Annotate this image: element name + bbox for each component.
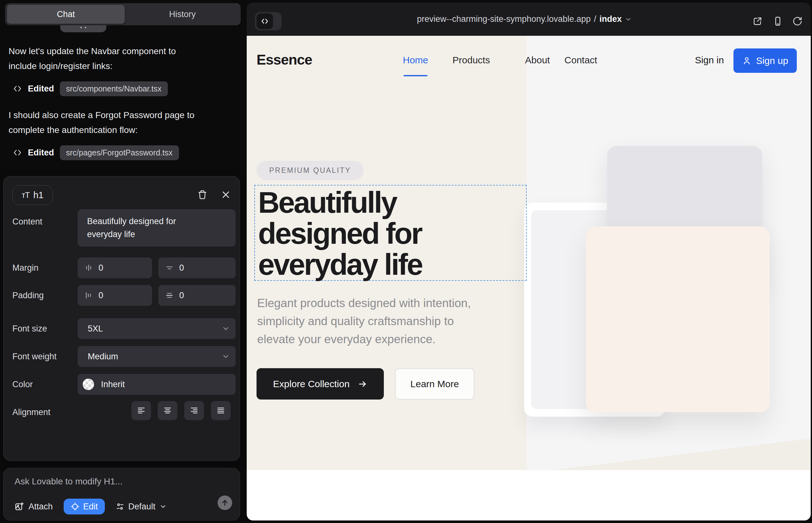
font-size-select[interactable]: 5XL bbox=[77, 318, 236, 339]
chevron-down-icon bbox=[222, 353, 230, 361]
chat-sidebar: Chat History Now let's update the Navbar… bbox=[0, 0, 246, 523]
learn-more-button[interactable]: Learn More bbox=[395, 368, 474, 399]
model-default-dropdown[interactable]: Default bbox=[116, 502, 167, 511]
chat-message: I should also create a Forgot Password p… bbox=[8, 108, 233, 138]
chat-message: Now let's update the Navbar component to… bbox=[8, 44, 233, 73]
sign-in-link[interactable]: Sign in bbox=[695, 55, 724, 66]
app-window: Chat History Now let's update the Navbar… bbox=[0, 0, 812, 523]
smartphone-icon bbox=[773, 16, 783, 26]
nav-link-contact[interactable]: Contact bbox=[564, 55, 597, 66]
open-external-button[interactable] bbox=[751, 15, 764, 28]
padding-vertical-icon bbox=[165, 291, 174, 300]
content-textarea[interactable]: Beautifully designed for everyday life bbox=[77, 209, 236, 247]
edited-file-row[interactable]: Edited src/pages/ForgotPassword.tsx bbox=[13, 145, 179, 160]
align-justify-button[interactable] bbox=[211, 401, 231, 420]
image-plus-icon bbox=[15, 502, 24, 511]
typography-icon: тT bbox=[22, 191, 30, 200]
nav-link-about[interactable]: About bbox=[525, 55, 550, 66]
padding-label: Padding bbox=[12, 291, 44, 301]
font-weight-label: Font weight bbox=[12, 352, 57, 362]
code-icon bbox=[257, 13, 273, 29]
align-justify-icon bbox=[216, 406, 225, 415]
code-icon bbox=[13, 148, 22, 157]
scrolled-chip-peek bbox=[60, 25, 106, 32]
code-preview-toggle[interactable] bbox=[255, 12, 282, 30]
selected-element-tag[interactable]: тT h1 bbox=[12, 185, 53, 205]
nav-link-home[interactable]: Home bbox=[403, 55, 428, 66]
send-button[interactable] bbox=[217, 495, 232, 510]
align-right-icon bbox=[190, 406, 198, 415]
refresh-icon bbox=[792, 16, 802, 26]
font-weight-select[interactable]: Medium bbox=[77, 346, 236, 367]
margin-vertical-icon bbox=[165, 264, 174, 272]
mobile-view-button[interactable] bbox=[771, 15, 784, 28]
tab-chat[interactable]: Chat bbox=[7, 5, 125, 24]
premium-quality-badge: PREMIUM QUALITY bbox=[257, 161, 364, 180]
chevron-down-icon bbox=[159, 503, 167, 510]
align-left-button[interactable] bbox=[131, 401, 151, 420]
padding-y-input[interactable]: 0 bbox=[158, 285, 236, 306]
margin-x-input[interactable]: 0 bbox=[77, 257, 152, 278]
chevron-down-icon bbox=[222, 325, 230, 333]
refresh-button[interactable] bbox=[791, 15, 804, 28]
margin-label: Margin bbox=[12, 263, 39, 273]
chat-input-placeholder[interactable]: Ask Lovable to modify H1... bbox=[15, 476, 123, 487]
content-label: Content bbox=[12, 217, 42, 227]
external-link-icon bbox=[753, 16, 763, 26]
edited-label: Edited bbox=[28, 84, 54, 94]
delete-element-button[interactable] bbox=[195, 188, 209, 202]
edit-mode-button[interactable]: Edit bbox=[64, 499, 105, 515]
file-chip[interactable]: src/components/Navbar.tsx bbox=[60, 82, 168, 96]
color-swatch bbox=[83, 379, 94, 390]
padding-horizontal-icon bbox=[85, 291, 93, 300]
margin-y-input[interactable]: 0 bbox=[158, 257, 236, 278]
align-center-icon bbox=[163, 406, 172, 415]
user-icon bbox=[742, 56, 752, 66]
color-label: Color bbox=[12, 380, 33, 390]
hero-heading[interactable]: Beautifully designed for everyday life bbox=[258, 187, 422, 280]
align-center-button[interactable] bbox=[158, 401, 177, 420]
color-picker-field[interactable]: Inherit bbox=[77, 374, 236, 395]
attach-button[interactable]: Attach bbox=[15, 502, 53, 511]
chat-input-box[interactable]: Ask Lovable to modify H1... Attach Edit bbox=[3, 468, 240, 521]
arrow-up-icon bbox=[220, 498, 229, 507]
align-right-button[interactable] bbox=[184, 401, 204, 420]
explore-collection-button[interactable]: Explore Collection bbox=[257, 368, 384, 399]
file-chip[interactable]: src/pages/ForgotPassword.tsx bbox=[60, 145, 179, 160]
close-panel-button[interactable] bbox=[219, 188, 233, 202]
padding-x-input[interactable]: 0 bbox=[77, 285, 152, 306]
url-path: index bbox=[600, 14, 622, 24]
alignment-label: Alignment bbox=[12, 408, 50, 417]
preview-browser-frame: preview--charming-site-symphony.lovable.… bbox=[247, 2, 811, 521]
close-icon bbox=[221, 190, 231, 199]
chat-history-tabbar: Chat History bbox=[5, 3, 241, 25]
site-logo[interactable]: Essence bbox=[257, 52, 312, 68]
arrow-right-icon bbox=[358, 379, 367, 389]
tab-history[interactable]: History bbox=[125, 3, 240, 25]
sliders-icon bbox=[116, 502, 124, 511]
margin-horizontal-icon bbox=[85, 264, 93, 272]
sign-up-button[interactable]: Sign up bbox=[734, 49, 797, 73]
url-separator: / bbox=[594, 14, 596, 24]
target-icon bbox=[71, 502, 80, 511]
nav-link-products[interactable]: Products bbox=[453, 55, 490, 66]
hero-paragraph: Elegant products designed with intention… bbox=[257, 294, 471, 348]
element-editor-panel: тT h1 Content Beautifully designed for e… bbox=[3, 176, 240, 461]
url-domain: preview--charming-site-symphony.lovable.… bbox=[417, 14, 591, 24]
align-left-icon bbox=[137, 406, 146, 415]
edited-label: Edited bbox=[28, 148, 54, 158]
element-tag-label: h1 bbox=[33, 190, 43, 200]
edited-file-row[interactable]: Edited src/components/Navbar.tsx bbox=[13, 81, 168, 96]
code-icon bbox=[13, 84, 22, 93]
trash-icon bbox=[198, 190, 207, 199]
site-viewport: Essence Home Products About Contact Sign… bbox=[247, 36, 811, 521]
hero-card-cream bbox=[586, 227, 770, 412]
font-size-label: Font size bbox=[12, 324, 47, 334]
url-bar[interactable]: preview--charming-site-symphony.lovable.… bbox=[417, 2, 632, 36]
chevron-down-icon bbox=[625, 16, 632, 23]
nav-home-underline bbox=[404, 75, 427, 76]
